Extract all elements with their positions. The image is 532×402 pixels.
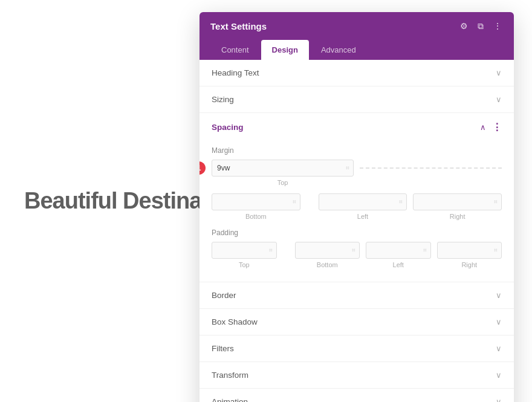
padding-right-input[interactable] <box>437 242 502 259</box>
margin-bottom-link-icon: ⌗ <box>293 198 296 206</box>
padding-left-input[interactable] <box>366 242 431 259</box>
padding-top-sublabel: Top <box>239 261 250 268</box>
margin-top-sublabels: Top - <box>212 179 502 186</box>
section-heading-text[interactable]: Heading Text ∨ <box>199 60 514 86</box>
spacing-body: Margin 1 ⌗ <box>199 141 514 282</box>
margin-left-input[interactable] <box>319 193 407 210</box>
margin-bottom-row: ⌗ ⌗ ⌗ <box>212 193 502 210</box>
section-filters[interactable]: Filters ∨ <box>199 336 514 362</box>
box-shadow-chevron: ∨ <box>496 317 502 326</box>
padding-bottom-link-icon: ⌗ <box>352 247 355 254</box>
section-sizing[interactable]: Sizing ∨ <box>199 86 514 113</box>
padding-bottom-field: ⌗ <box>295 242 360 259</box>
settings-icon[interactable]: ⚙ <box>458 21 469 31</box>
margin-right-field: ⌗ <box>413 193 502 210</box>
sizing-label: Sizing <box>212 95 234 104</box>
section-spacing: Spacing ∧ ⋮ Margin 1 ⌗ <box>199 113 514 282</box>
panel-header: Text Settings ⚙ ⧉ ⋮ <box>199 12 514 40</box>
box-shadow-label: Box Shadow <box>212 317 258 326</box>
margin-right-link-icon: ⌗ <box>494 198 498 206</box>
border-label: Border <box>212 291 236 300</box>
padding-bottom-input[interactable] <box>295 242 360 259</box>
padding-left-link-icon: ⌗ <box>423 247 427 254</box>
padding-fields-row: ⌗ ⌗ ⌗ <box>212 242 502 259</box>
duplicate-icon[interactable]: ⧉ <box>475 21 486 31</box>
panel-header-icons: ⚙ ⧉ ⋮ <box>458 21 503 31</box>
number-badge: 1 <box>199 161 206 175</box>
transform-chevron: ∨ <box>496 371 502 380</box>
padding-bottom-sublabel: Bottom <box>317 261 338 268</box>
spacing-header-right: ∧ ⋮ <box>480 122 502 133</box>
section-animation[interactable]: Animation ∨ <box>199 389 514 402</box>
tab-advanced[interactable]: Advanced <box>310 40 367 60</box>
padding-left-field: ⌗ <box>366 242 431 259</box>
padding-top-link-icon: ⌗ <box>269 247 273 254</box>
animation-label: Animation <box>212 397 248 402</box>
section-box-shadow[interactable]: Box Shadow ∨ <box>199 309 514 336</box>
padding-top-field: ⌗ <box>212 242 277 259</box>
spacing-header[interactable]: Spacing ∧ ⋮ <box>199 113 514 141</box>
spacing-chevron-up: ∧ <box>480 123 486 132</box>
margin-right-input[interactable] <box>413 193 502 210</box>
margin-top-sublabel: Top <box>277 179 288 186</box>
padding-label: Padding <box>212 229 502 237</box>
more-icon[interactable]: ⋮ <box>492 21 503 31</box>
margin-top-dotted <box>360 167 502 169</box>
margin-label: Margin <box>212 146 502 155</box>
margin-bottom-sublabel: Bottom <box>245 213 267 220</box>
sizing-chevron: ∨ <box>496 95 502 104</box>
margin-bottom-input[interactable] <box>212 193 300 210</box>
border-chevron: ∨ <box>496 291 502 300</box>
filters-label: Filters <box>212 344 234 353</box>
panel-title: Text Settings <box>210 21 267 31</box>
margin-left-sublabel: Left <box>357 213 368 220</box>
spacing-label: Spacing <box>212 123 244 132</box>
section-border[interactable]: Border ∨ <box>199 282 514 309</box>
padding-right-link-icon: ⌗ <box>494 247 498 254</box>
panel-body: Heading Text ∨ Sizing ∨ Spacing ∧ ⋮ Marg… <box>199 60 514 402</box>
margin-top-wrapper: ⌗ <box>212 160 354 177</box>
animation-chevron: ∨ <box>496 397 502 402</box>
settings-panel: Text Settings ⚙ ⧉ ⋮ Content Design Advan… <box>199 12 514 402</box>
margin-top-link-icon: ⌗ <box>346 164 349 172</box>
panel-tabs: Content Design Advanced <box>199 40 514 60</box>
heading-text-label: Heading Text <box>212 68 259 77</box>
tab-content[interactable]: Content <box>210 40 260 60</box>
tab-design[interactable]: Design <box>261 40 309 60</box>
padding-right-field: ⌗ <box>437 242 502 259</box>
section-transform[interactable]: Transform ∨ <box>199 362 514 389</box>
padding-top-input[interactable] <box>212 242 277 259</box>
margin-top-input[interactable] <box>212 160 354 177</box>
margin-right-sublabel: Right <box>450 213 465 220</box>
heading-text-chevron: ∨ <box>496 68 502 77</box>
padding-left-sublabel: Left <box>393 261 404 268</box>
filters-chevron: ∨ <box>496 344 502 353</box>
transform-label: Transform <box>212 371 248 380</box>
margin-left-field: ⌗ <box>319 193 407 210</box>
padding-right-sublabel: Right <box>461 261 477 268</box>
margin-bottom-field: ⌗ <box>212 193 300 210</box>
margin-left-link-icon: ⌗ <box>399 198 403 206</box>
spacing-more-icon[interactable]: ⋮ <box>492 122 502 133</box>
